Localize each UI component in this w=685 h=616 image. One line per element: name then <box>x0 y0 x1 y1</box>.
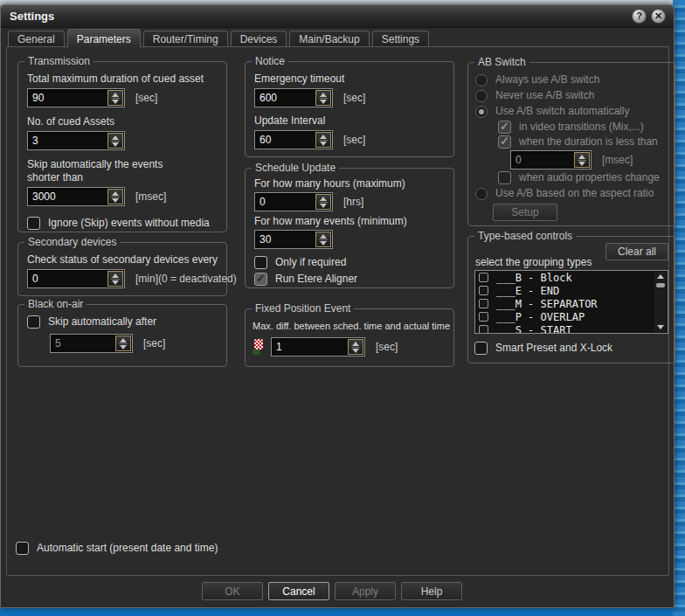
radio-button[interactable] <box>475 106 488 118</box>
tab-settings[interactable]: Settings <box>372 31 429 47</box>
checkbox-box[interactable] <box>27 315 40 329</box>
spinner-buttons[interactable] <box>107 90 123 106</box>
spinner-buttons[interactable] <box>348 339 363 355</box>
apply-button[interactable]: Apply <box>335 582 396 600</box>
checkbox-box[interactable] <box>16 542 29 555</box>
spin-down-icon[interactable] <box>352 349 359 353</box>
cued-assets-input[interactable]: 3 <box>27 131 125 150</box>
spin-up-icon[interactable] <box>320 135 327 139</box>
spin-down-icon[interactable] <box>120 345 127 350</box>
titlebar[interactable]: Settings ? ✕ <box>1 5 674 28</box>
clear-all-button[interactable]: Clear all <box>605 243 668 260</box>
spin-down-icon[interactable] <box>112 198 119 203</box>
spin-down-icon[interactable] <box>320 204 327 208</box>
checkbox-box[interactable] <box>479 299 488 308</box>
spinner-buttons[interactable] <box>107 133 123 149</box>
spin-down-icon[interactable] <box>112 280 119 285</box>
spin-up-icon[interactable] <box>112 135 119 140</box>
scrollbar-thumb[interactable] <box>656 283 665 287</box>
grouping-types-list[interactable]: ___B - Block ___E - END ___M - SEPARATOR… <box>474 270 668 334</box>
help-icon[interactable]: ? <box>632 9 647 24</box>
video-transitions-checkbox[interactable]: ✓ in video transitions (Mix,...) <box>498 121 668 134</box>
list-item[interactable]: ___B - Block <box>475 271 668 284</box>
tab-router-timing[interactable]: Router/Timing <box>143 31 228 47</box>
skip-after-checkbox[interactable]: Skip automatically after <box>27 315 218 329</box>
spin-down-icon[interactable] <box>112 100 119 104</box>
checkbox-box[interactable] <box>479 286 488 295</box>
duration-less-input[interactable]: 0 <box>510 150 592 170</box>
emergency-timeout-input[interactable]: 600 <box>254 88 333 107</box>
cancel-button[interactable]: Cancel <box>268 582 329 600</box>
spinner-buttons[interactable] <box>107 271 123 287</box>
tab-main-backup[interactable]: Main/Backup <box>289 31 369 47</box>
spin-up-icon[interactable] <box>320 197 327 201</box>
spin-up-icon[interactable] <box>578 155 585 159</box>
smart-preset-checkbox[interactable]: Smart Preset and X-Lock <box>474 342 612 355</box>
run-aligner-checkbox[interactable]: ✓ Run Etere Aligner <box>254 273 445 286</box>
update-interval-input[interactable]: 60 <box>254 130 333 149</box>
spin-up-icon[interactable] <box>320 93 327 97</box>
list-item[interactable]: ___S - START <box>475 323 668 334</box>
spin-down-icon[interactable] <box>320 142 327 146</box>
checkbox-box[interactable] <box>254 256 267 269</box>
max-duration-input[interactable]: 90 <box>27 88 125 107</box>
audio-change-checkbox[interactable]: when audio properties change <box>498 171 668 184</box>
spin-up-icon[interactable] <box>120 338 127 343</box>
only-if-required-checkbox[interactable]: Only if required <box>254 256 445 269</box>
tab-parameters[interactable]: Parameters <box>67 29 141 48</box>
checkbox-box[interactable] <box>27 217 40 230</box>
radio-button[interactable] <box>475 188 488 200</box>
checkbox-box[interactable] <box>498 171 511 184</box>
spinner-buttons[interactable] <box>315 194 331 210</box>
auto-start-checkbox[interactable]: Automatic start (present date and time) <box>16 542 218 555</box>
duration-less-checkbox[interactable]: ✓ when the duration is less than <box>498 135 668 149</box>
max-diff-input[interactable]: 1 <box>271 337 365 356</box>
events-min-input[interactable]: 30 <box>254 230 333 249</box>
scroll-down-icon[interactable] <box>657 325 664 329</box>
check-status-input[interactable]: 0 <box>27 269 125 288</box>
list-item[interactable]: ___M - SEPARATOR <box>475 297 668 310</box>
spin-down-icon[interactable] <box>112 142 119 147</box>
spinner-buttons[interactable] <box>115 336 131 351</box>
radio-button[interactable] <box>475 90 488 102</box>
spinner-buttons[interactable] <box>315 132 331 148</box>
checkbox-box[interactable] <box>479 325 488 334</box>
never-ab-radio[interactable]: Never use A/B switch <box>475 89 668 102</box>
checkbox-box[interactable] <box>479 273 488 282</box>
tab-general[interactable]: General <box>8 31 65 47</box>
help-button[interactable]: Help <box>401 582 462 600</box>
hours-max-input[interactable]: 0 <box>254 192 333 211</box>
spin-up-icon[interactable] <box>352 342 359 346</box>
close-icon[interactable]: ✕ <box>651 9 666 24</box>
aspect-ratio-radio[interactable]: Use A/B based on the aspect ratio <box>475 187 668 200</box>
checkbox-box[interactable]: ✓ <box>498 135 511 149</box>
radio-button[interactable] <box>475 74 488 87</box>
skip-after-input[interactable]: 5 <box>50 334 133 353</box>
skip-events-input[interactable]: 3000 <box>27 187 125 206</box>
checkbox-box[interactable] <box>479 312 488 322</box>
ignore-skip-checkbox[interactable]: Ignore (Skip) events without media <box>27 217 218 230</box>
checkbox-box[interactable]: ✓ <box>254 273 267 286</box>
spinner-buttons[interactable] <box>574 152 590 168</box>
list-item[interactable]: ___E - END <box>475 284 668 297</box>
list-scrollbar[interactable] <box>654 272 667 332</box>
checkbox-box[interactable] <box>474 342 488 355</box>
tab-devices[interactable]: Devices <box>231 31 287 47</box>
spin-up-icon[interactable] <box>112 93 119 97</box>
spin-up-icon[interactable] <box>112 273 119 278</box>
scroll-up-icon[interactable] <box>657 274 664 279</box>
setup-button[interactable]: Setup <box>493 204 557 221</box>
always-ab-radio[interactable]: Always use A/B switch <box>475 73 668 87</box>
spinner-buttons[interactable] <box>315 90 331 106</box>
ok-button[interactable]: OK <box>202 582 263 600</box>
spinner-buttons[interactable] <box>107 189 123 204</box>
spin-down-icon[interactable] <box>320 241 327 246</box>
spin-down-icon[interactable] <box>320 100 327 104</box>
checkbox-box[interactable]: ✓ <box>498 121 511 134</box>
list-item[interactable]: ___P - OVERLAP <box>475 310 668 323</box>
spin-down-icon[interactable] <box>578 162 585 166</box>
spin-up-icon[interactable] <box>320 234 327 239</box>
auto-ab-radio[interactable]: Use A/B switch automatically <box>475 105 668 118</box>
spinner-buttons[interactable] <box>315 232 331 247</box>
spin-up-icon[interactable] <box>112 191 119 196</box>
